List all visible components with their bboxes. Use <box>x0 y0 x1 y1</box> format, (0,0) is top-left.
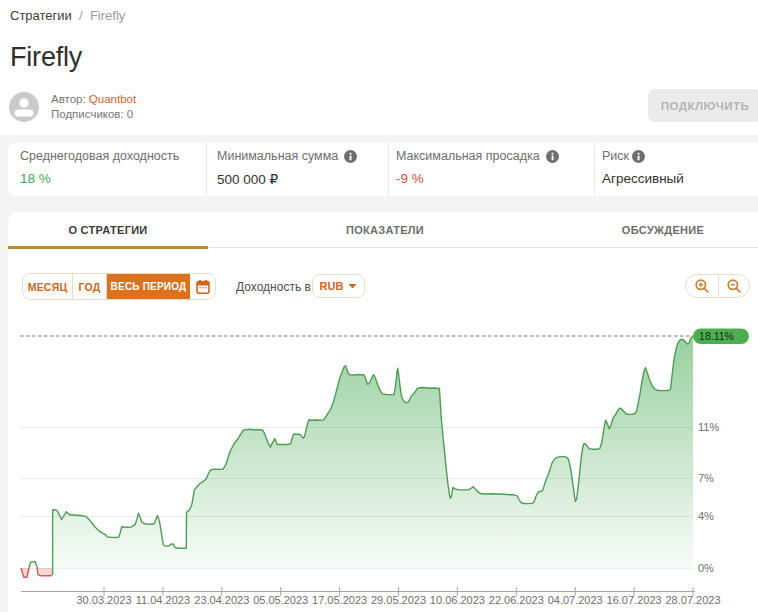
svg-text:16.07.2023: 16.07.2023 <box>607 594 662 606</box>
svg-text:17.05.2023: 17.05.2023 <box>312 594 367 606</box>
svg-text:30.03.2023: 30.03.2023 <box>76 594 131 606</box>
svg-text:10.06.2023: 10.06.2023 <box>430 594 485 606</box>
svg-text:23.04.2023: 23.04.2023 <box>194 594 249 606</box>
svg-text:28.07.2023: 28.07.2023 <box>665 594 720 606</box>
svg-text:11%: 11% <box>698 421 719 433</box>
svg-text:11.04.2023: 11.04.2023 <box>136 594 190 606</box>
svg-text:05.05.2023: 05.05.2023 <box>253 594 308 606</box>
svg-text:29.05.2023: 29.05.2023 <box>371 594 426 606</box>
svg-text:4%: 4% <box>698 510 714 522</box>
svg-text:22.06.2023: 22.06.2023 <box>489 594 544 606</box>
svg-text:04.07.2023: 04.07.2023 <box>548 594 603 606</box>
svg-text:7%: 7% <box>698 472 714 484</box>
svg-text:0%: 0% <box>698 562 714 574</box>
svg-text:18.11%: 18.11% <box>699 330 734 342</box>
